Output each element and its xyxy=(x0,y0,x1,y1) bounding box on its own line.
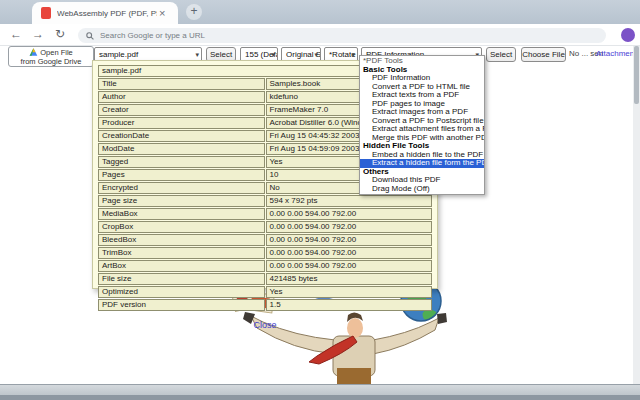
open-file-label-line1: Open File xyxy=(40,48,73,57)
file-select-value: sample.pdf xyxy=(99,50,138,59)
tab-title: WebAssembly PDF (PDF, PS, XP xyxy=(57,9,157,18)
row-label: TrimBox xyxy=(98,247,265,259)
google-drive-icon xyxy=(29,48,38,57)
row-label: MediaBox xyxy=(98,208,265,220)
taskbar-strip xyxy=(0,395,640,400)
row-value: 421485 bytes xyxy=(266,273,433,285)
close-link[interactable]: Close xyxy=(253,320,276,330)
menu-item[interactable]: Merge this PDF with another PDF xyxy=(360,134,484,143)
menu-item[interactable]: PDF Information xyxy=(360,74,484,83)
row-label: ArtBox xyxy=(98,260,265,272)
row-value: 0.00 0.00 594.00 792.00 xyxy=(266,234,433,246)
row-label: Page size xyxy=(98,195,265,207)
forward-icon[interactable]: → xyxy=(30,27,46,41)
scrollbar-thumb[interactable] xyxy=(634,46,639,104)
reload-icon[interactable]: ↻ xyxy=(52,27,68,41)
row-label: Producer xyxy=(98,117,265,129)
profile-avatar[interactable] xyxy=(621,28,635,42)
row-label: ModDate xyxy=(98,143,265,155)
row-label: Tagged xyxy=(98,156,265,168)
row-value: 0.00 0.00 594.00 792.00 xyxy=(266,260,433,272)
row-value: 0.00 0.00 594.00 792.00 xyxy=(266,221,433,233)
new-tab-button[interactable]: + xyxy=(186,4,202,20)
table-row: TrimBox0.00 0.00 594.00 792.00 xyxy=(98,247,432,259)
menu-item[interactable]: Extract texts from a PDF xyxy=(360,91,484,100)
menu-item[interactable]: Download this PDF xyxy=(360,176,484,185)
menu-group-header: Others xyxy=(360,168,484,177)
menu-item[interactable]: Extract images from a PDF xyxy=(360,108,484,117)
attachments-link[interactable]: Attachmen xyxy=(596,49,634,58)
pdf-favicon-icon xyxy=(41,7,51,19)
table-row: PDF version1.5 xyxy=(98,299,432,311)
navigation-bar: ← → ↻ Search Google or type a URL xyxy=(0,24,640,46)
row-label: CreationDate xyxy=(98,130,265,142)
choose-file-button[interactable]: Choose File xyxy=(521,47,566,62)
menu-item[interactable]: Extract attachment files from a PDF xyxy=(360,125,484,134)
omnibox[interactable]: Search Google or type a URL xyxy=(78,28,606,43)
menu-item[interactable]: Embed a hidden file to the PDF xyxy=(360,151,484,160)
row-value: 594 x 792 pts xyxy=(266,195,433,207)
menu-item[interactable]: Drag Mode (Off) xyxy=(360,185,484,194)
table-row: MediaBox0.00 0.00 594.00 792.00 xyxy=(98,208,432,220)
row-label: Pages xyxy=(98,169,265,181)
row-label: Encrypted xyxy=(98,182,265,194)
table-row: BleedBox0.00 0.00 594.00 792.00 xyxy=(98,234,432,246)
row-label: CropBox xyxy=(98,221,265,233)
search-icon xyxy=(86,32,94,40)
row-label: Optimized xyxy=(98,286,265,298)
row-value: 0.00 0.00 594.00 792.00 xyxy=(266,208,433,220)
menu-item-selected[interactable]: Extract a hidden file form the PDF xyxy=(360,159,484,168)
omnibox-placeholder: Search Google or type a URL xyxy=(100,31,205,40)
tools-select-button[interactable]: Select xyxy=(486,47,516,62)
browser-tab[interactable]: WebAssembly PDF (PDF, PS, XP × xyxy=(32,2,178,24)
open-from-drive-button[interactable]: Open File from Google Drive xyxy=(8,46,94,67)
row-label: PDF version xyxy=(98,299,265,311)
table-row: CropBox0.00 0.00 594.00 792.00 xyxy=(98,221,432,233)
row-label: Title xyxy=(98,78,265,90)
menu-group-header: Basic Tools xyxy=(360,66,484,75)
open-file-label-line2: from Google Drive xyxy=(9,57,93,66)
row-label: Author xyxy=(98,91,265,103)
menu-item[interactable]: Convert a PDF to HTML file xyxy=(360,83,484,92)
menu-group-header: Hidden File Tools xyxy=(360,142,484,151)
menu-item[interactable]: Convert a PDF to Postscript file xyxy=(360,117,484,126)
row-value: 0.00 0.00 594.00 792.00 xyxy=(266,247,433,259)
row-value: Yes xyxy=(266,286,433,298)
row-value: 1.5 xyxy=(266,299,433,311)
menu-item[interactable]: PDF pages to image xyxy=(360,100,484,109)
tab-close-icon[interactable]: × xyxy=(159,8,165,18)
row-label: BleedBox xyxy=(98,234,265,246)
table-row: Page size594 x 792 pts xyxy=(98,195,432,207)
pdf-tools-menu: *PDF Tools Basic Tools PDF Information C… xyxy=(359,55,485,195)
row-label: Creator xyxy=(98,104,265,116)
table-row: File size421485 bytes xyxy=(98,273,432,285)
back-icon[interactable]: ← xyxy=(8,27,24,41)
table-row: ArtBox0.00 0.00 594.00 792.00 xyxy=(98,260,432,272)
page-scrollbar[interactable] xyxy=(633,46,640,384)
row-label: File size xyxy=(98,273,265,285)
menu-item[interactable]: *PDF Tools xyxy=(360,57,484,66)
table-row: OptimizedYes xyxy=(98,286,432,298)
